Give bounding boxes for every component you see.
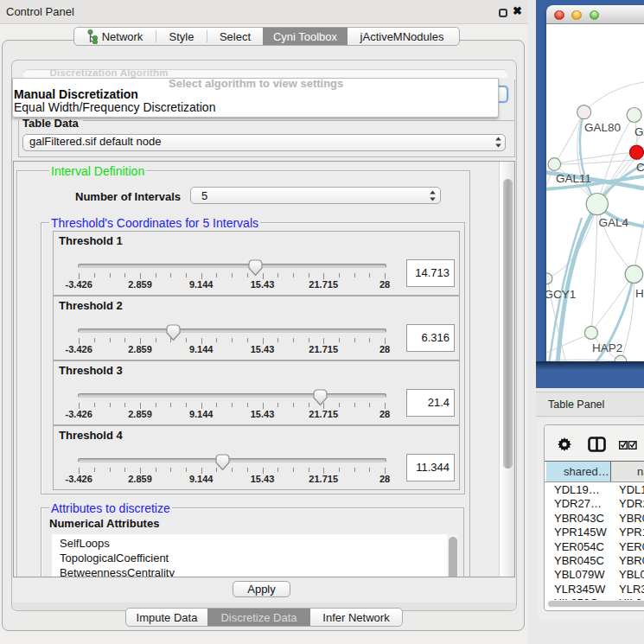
svg-text:HAP2: HAP2	[592, 341, 622, 354]
svg-text:GAL11: GAL11	[556, 172, 591, 185]
svg-text:H: H	[635, 287, 644, 300]
svg-text:GCY1: GCY1	[546, 288, 576, 301]
svg-text:C: C	[636, 161, 644, 174]
svg-text:GA: GA	[634, 125, 644, 138]
svg-text:GAL80: GAL80	[584, 121, 621, 134]
svg-text:GAL4: GAL4	[599, 216, 629, 229]
